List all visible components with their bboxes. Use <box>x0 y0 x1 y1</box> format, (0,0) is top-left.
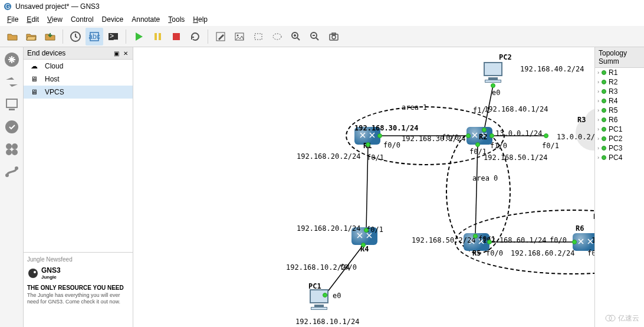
menu-help[interactable]: Help <box>189 14 211 25</box>
canvas-label: R2 <box>479 133 487 141</box>
end-devices-category-button[interactable] <box>2 94 22 115</box>
rect-button[interactable] <box>249 28 267 45</box>
topology-item-r3[interactable]: ›R3 <box>595 87 644 96</box>
console-button[interactable]: >_ <box>104 28 122 45</box>
svg-point-18 <box>332 35 336 39</box>
chevron-right-icon: › <box>597 126 599 132</box>
save-button[interactable] <box>41 28 59 45</box>
titlebar: G Unsaved project* — GNS3 <box>0 0 644 13</box>
app-icon: G <box>4 2 12 11</box>
canvas-label: f0/0 <box>550 236 567 244</box>
window-title: Unsaved project* — GNS3 <box>15 2 100 11</box>
svg-point-41 <box>606 315 612 321</box>
svg-point-26 <box>6 149 12 155</box>
topology-item-r2[interactable]: ›R2 <box>595 77 644 87</box>
pause-all-button[interactable] <box>149 28 166 45</box>
topology-item-r1[interactable]: ›R1 <box>595 68 644 77</box>
status-dot-icon <box>602 99 606 103</box>
menu-file[interactable]: File <box>4 14 22 25</box>
chevron-right-icon: › <box>597 107 599 113</box>
device-cloud[interactable]: ☁ Cloud <box>24 60 133 73</box>
topology-item-r6[interactable]: ›R6 <box>595 115 644 125</box>
image-button[interactable] <box>231 28 248 45</box>
canvas-label: area 0 <box>472 174 498 182</box>
device-vpcs[interactable]: 🖥 VPCS <box>24 86 133 99</box>
svg-point-42 <box>609 315 615 321</box>
svg-point-14 <box>273 34 281 40</box>
zoom-out-button[interactable] <box>306 28 324 45</box>
canvas-label: 192.168.40.1/24 <box>484 105 548 113</box>
annotate-button[interactable] <box>212 28 229 45</box>
svg-point-25 <box>12 143 18 149</box>
svg-rect-8 <box>159 33 161 40</box>
topology-item-label: PC3 <box>609 144 622 152</box>
canvas-label: f0/1 <box>542 142 559 150</box>
chevron-right-icon: › <box>597 145 599 151</box>
ellipse-button[interactable] <box>268 28 286 45</box>
canvas-label: e0 <box>333 292 341 300</box>
canvas-label: 192.168.60.2/24 <box>511 249 574 257</box>
stop-all-button[interactable] <box>167 28 185 45</box>
menu-control[interactable]: Control <box>67 14 97 25</box>
open-project-button[interactable] <box>22 28 40 45</box>
status-dot-icon <box>602 136 606 141</box>
status-dot-icon <box>602 108 606 113</box>
open-button[interactable] <box>4 28 21 45</box>
zoom-in-button[interactable] <box>287 28 305 45</box>
device-label: Cloud <box>45 62 63 70</box>
menu-tools[interactable]: Tools <box>165 14 188 25</box>
canvas-label: f0/1 <box>367 153 384 162</box>
topology-item-pc4[interactable]: ›PC4 <box>595 153 644 162</box>
link-status-dot <box>544 133 548 138</box>
svg-text:G: G <box>5 3 10 10</box>
security-category-button[interactable] <box>2 117 22 137</box>
routers-category-button[interactable] <box>2 50 22 70</box>
all-devices-button[interactable] <box>2 139 22 159</box>
topology-summary-title: Topology Summ <box>595 47 644 68</box>
canvas-label: 192.168.20.2/24 <box>297 152 360 161</box>
reload-button[interactable] <box>186 28 204 45</box>
link-status-dot <box>366 142 370 147</box>
topology-item-r5[interactable]: ›R5 <box>595 106 644 115</box>
switches-category-button[interactable] <box>2 72 22 92</box>
node-pc1[interactable] <box>307 289 331 313</box>
topology-item-r4[interactable]: ›R4 <box>595 96 644 106</box>
canvas-label: f0/0 <box>340 263 357 272</box>
link-status-dot <box>323 293 327 297</box>
topology-canvas[interactable]: area 1area 0RIPPC2192.168.40.2/24e0f1/11… <box>133 47 594 327</box>
device-label: Host <box>45 75 60 83</box>
gns3-logo: GNS3 Jungle <box>27 266 129 280</box>
menu-annotate[interactable]: Annotate <box>128 14 163 25</box>
topology-item-pc1[interactable]: ›PC1 <box>595 125 644 134</box>
menu-device[interactable]: Device <box>98 14 127 25</box>
watermark: 亿速云 <box>605 313 639 323</box>
panel-controls[interactable]: ▣ ✕ <box>114 50 129 57</box>
topology-item-label: PC4 <box>609 153 622 162</box>
link-status-dot <box>473 234 478 238</box>
menu-view[interactable]: View <box>44 14 66 25</box>
devices-panel-title-text: End devices <box>27 49 65 57</box>
canvas-label: PC1 <box>308 282 321 290</box>
topology-item-pc2[interactable]: ›PC2 <box>595 134 644 143</box>
brand-text: GNS3 <box>41 266 61 274</box>
topology-item-pc3[interactable]: ›PC3 <box>595 143 644 153</box>
topology-item-label: R6 <box>609 116 617 124</box>
screenshot-button[interactable] <box>325 28 343 45</box>
canvas-label: 192.168.50.1/24 <box>484 153 547 162</box>
snapshot-button[interactable] <box>67 28 84 45</box>
canvas-label: f1/0 <box>490 142 507 150</box>
add-link-button[interactable] <box>2 162 22 182</box>
newsfeed-headline: THE ONLY RESOURCE YOU NEED <box>27 285 129 291</box>
show-labels-button[interactable]: abc <box>86 28 103 45</box>
canvas-label: 192.168.40.2/24 <box>520 65 584 73</box>
canvas-label: PC2 <box>499 53 512 61</box>
canvas-label: 192.168.10.1/24 <box>295 318 359 326</box>
svg-rect-13 <box>255 34 262 40</box>
link-status-dot <box>475 142 480 147</box>
node-pc2[interactable] <box>481 62 505 86</box>
device-host[interactable]: 🖥 Host <box>24 73 133 86</box>
menu-edit[interactable]: Edit <box>23 14 42 25</box>
device-label: VPCS <box>45 88 64 96</box>
status-dot-icon <box>602 127 606 132</box>
start-all-button[interactable] <box>130 28 147 45</box>
